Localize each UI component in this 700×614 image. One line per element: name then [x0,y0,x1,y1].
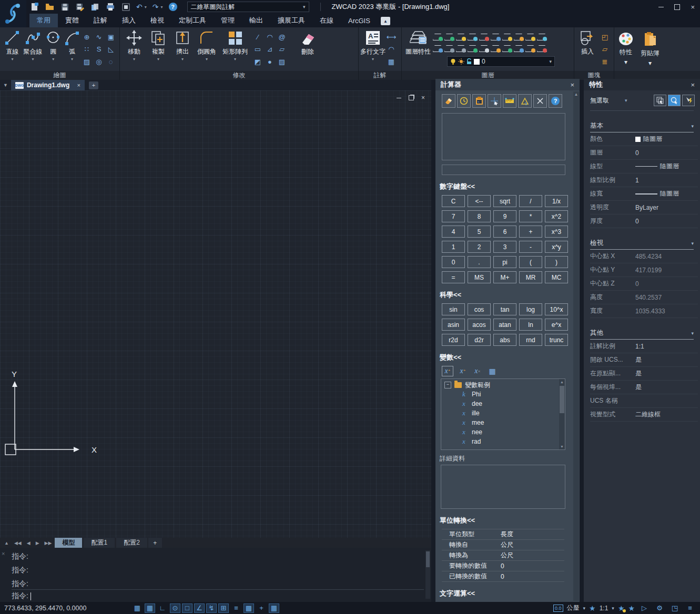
calc-key[interactable]: ) [545,256,568,268]
calc-key[interactable]: pi [493,256,516,268]
calculator-history-box[interactable] [442,113,565,160]
variables-root-node[interactable]: − 變數範例 [441,380,565,390]
calc-key[interactable]: 9 [493,210,516,222]
variable-item[interactable]: x rad [441,437,565,446]
status-toggle-icon[interactable]: ∠ [194,603,205,613]
calc-key[interactable]: * [519,210,542,222]
status-toggle-icon[interactable]: ⊞ [218,603,229,613]
calc-key[interactable]: / [519,195,542,207]
text-ops-section-header[interactable]: 文字運算<< [440,589,573,598]
block-small-tool-icon[interactable]: ▱ [600,44,610,55]
draw-small-tool-icon[interactable]: ◺ [106,44,116,55]
calc-intersection-icon[interactable] [533,94,547,108]
command-history[interactable]: 指令:指令:指令: [12,549,424,587]
prop-row-other[interactable]: 視覺型式 二維線框 [590,408,698,422]
new-variable-alt-icon[interactable]: x⁺ [458,366,468,376]
open-folder-icon[interactable] [45,2,54,12]
prop-row-view[interactable]: 寬度 1035.4333 [590,304,698,318]
modify-small-tool-icon[interactable]: ▱ [277,44,287,55]
modify-small-tool-icon[interactable]: ▨ [277,56,287,67]
layer-state-icon[interactable] [536,44,547,53]
calc-history-icon[interactable] [457,94,471,108]
minimize-button[interactable] [658,7,664,7]
properties-header[interactable]: 特性 × [584,79,700,90]
draw-small-tool-icon[interactable]: ▣ [106,32,116,42]
ribbon-tab[interactable]: 輸出 [242,14,270,27]
scientific-section-header[interactable]: 科學<< [440,290,573,300]
annotate-small-tool-icon[interactable]: ⟷ [386,32,397,42]
layer-state-icon[interactable] [513,32,524,42]
calc-key[interactable]: - [519,241,542,253]
layer-state-icon[interactable] [490,32,501,42]
array-tool[interactable]: 矩形陣列 ▾ [219,29,251,69]
document-tab[interactable]: DWG Drawing1.dwg × [11,80,85,90]
undo-icon[interactable]: ↶ [136,3,143,11]
ribbon-tab[interactable]: 實體 [58,14,86,27]
layer-state-icon[interactable] [513,44,524,53]
unit-conversion-row[interactable]: 要轉換的數值 0 [442,561,564,571]
section-view[interactable]: 檢視 ▾ [590,239,694,250]
variables-tree-scrollbar[interactable]: ▲ ▼ [559,379,565,449]
ribbon-tab[interactable]: 常用 [29,14,58,27]
app-logo[interactable] [0,0,26,27]
draw-small-tool-icon[interactable]: ∷ [82,44,92,55]
array-dropdown-icon[interactable]: ▾ [234,57,236,62]
annotation-scale-value[interactable]: 1:1 [600,605,608,612]
layout-last-icon[interactable]: ▶▶ [43,540,54,546]
calc-paste-to-commandline-icon[interactable]: >_ [472,94,486,108]
calc-sci-key[interactable]: asin [442,319,465,331]
calculator-header[interactable]: 計算器 × [435,79,580,90]
modify-small-tool-icon[interactable]: @ [277,32,287,42]
workspace-dropdown[interactable]: 二維草圖與註解 ▾ [187,2,309,12]
annotate-small-tool-icon[interactable]: ◠ [386,44,397,55]
prop-row-linetype[interactable]: 線型 隨圖層 [590,160,698,173]
redo-icon[interactable]: ↷ [153,3,159,11]
section-collapse-icon[interactable]: ▾ [691,124,694,129]
modify-small-tool-icon[interactable]: ● [265,56,275,67]
doc-tab-close-icon[interactable]: × [77,82,80,88]
calc-sci-key[interactable]: r2d [442,334,465,346]
layer-state-icon[interactable] [444,32,454,42]
quick-select-icon[interactable] [654,95,666,106]
selection-dropdown[interactable]: 無選取 [590,96,609,105]
calc-key[interactable]: 8 [468,210,491,222]
doc-restore-icon[interactable] [409,95,414,100]
line-dropdown-icon[interactable]: ▾ [11,57,13,62]
calc-sci-key[interactable]: trunc [545,334,568,346]
prop-row-view[interactable]: 高度 540.2537 [590,291,698,304]
calculator-close-icon[interactable]: × [570,81,574,89]
unit-dropdown-icon[interactable]: ▾ [583,606,586,611]
calc-key[interactable]: 6 [493,226,516,238]
draw-small-tool-icon[interactable]: ◌ [106,56,116,67]
variable-item[interactable]: x dee [441,399,565,408]
calc-sci-key[interactable]: ln [519,319,542,331]
calc-sci-key[interactable]: cos [468,303,491,315]
variable-item[interactable]: x mee [441,418,565,427]
delete-variable-icon[interactable]: x× [472,366,483,376]
scale-dropdown-icon[interactable]: ▾ [612,606,614,611]
line-tool[interactable]: 直線 ▾ [2,29,23,69]
layer-state-icon[interactable] [467,32,478,42]
modify-small-tool-icon[interactable]: ◠ [265,32,275,42]
layer-state-icon[interactable] [502,32,512,42]
selection-dropdown-arrow-icon[interactable]: ▾ [625,98,627,103]
layer-state-icon[interactable] [444,44,454,53]
calc-key[interactable]: 3 [493,241,516,253]
draw-small-tool-icon[interactable]: ◎ [94,56,104,67]
command-scrollbar[interactable] [425,550,430,599]
layout-next-icon[interactable]: ▶ [34,540,42,546]
units-section-header[interactable]: 單位轉換<< [440,516,573,525]
ribbon-tab[interactable]: 檢視 [143,14,171,27]
annotation-scale-icon[interactable]: ★ [589,604,596,612]
prop-row-view[interactable]: 中心點 X 485.4234 [590,250,698,263]
layer-dropdown[interactable]: 0 ▾ [447,56,555,67]
status-toggle-icon[interactable]: ▦ [145,603,155,613]
draw-small-tool-icon[interactable]: ∿ [94,32,104,42]
status-toggle-icon[interactable]: ▩ [244,603,254,613]
copy-dropdown-icon[interactable]: ▾ [157,57,159,62]
prop-row-lineweight[interactable]: 線寬 隨圖層 [590,187,698,201]
section-other[interactable]: 其他 ▾ [590,329,694,340]
calc-sci-key[interactable]: acos [468,319,491,331]
select-objects-icon[interactable] [668,95,681,106]
polyline-dropdown-icon[interactable]: ▾ [32,57,34,62]
